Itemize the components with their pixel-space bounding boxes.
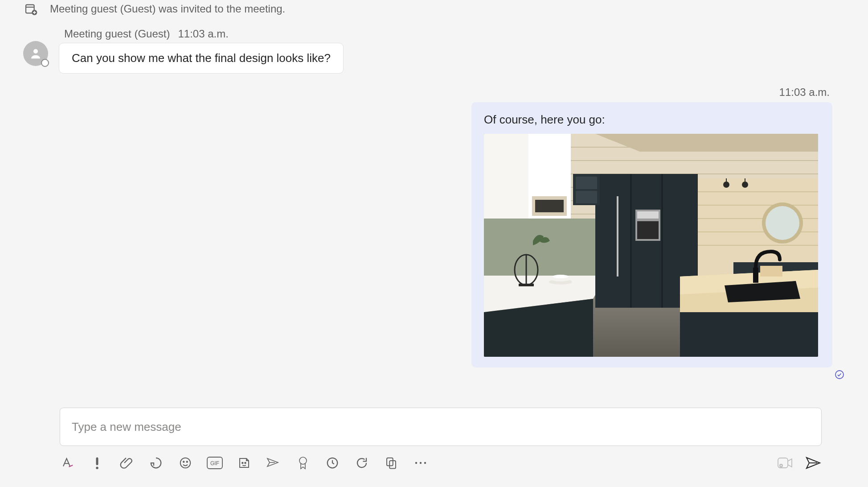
svg-rect-41: [576, 191, 597, 203]
person-icon: [29, 47, 42, 60]
sent-text: Of course, here you go:: [484, 113, 820, 127]
svg-point-69: [242, 462, 243, 464]
emoji-icon[interactable]: [177, 455, 193, 471]
sent-bubble: Of course, here you go:: [471, 102, 832, 367]
svg-point-71: [299, 457, 307, 464]
sender-avatar[interactable]: [23, 41, 48, 66]
format-text-icon[interactable]: [60, 455, 76, 471]
svg-point-61: [835, 371, 843, 379]
received-bubble: Can you show me what the final design lo…: [59, 43, 344, 74]
exclamation-icon[interactable]: [89, 455, 105, 471]
svg-rect-37: [637, 221, 659, 239]
send-icon[interactable]: [806, 455, 822, 471]
received-text: Can you show me what the final design lo…: [72, 51, 331, 65]
svg-point-64: [180, 458, 191, 468]
calendar-add-icon: [23, 2, 39, 16]
ribbon-icon[interactable]: [295, 455, 311, 471]
sticker-icon[interactable]: [236, 455, 252, 471]
svg-text:GIF: GIF: [210, 460, 219, 466]
duplicate-icon[interactable]: [383, 455, 399, 471]
received-message[interactable]: Meeting guest (Guest) 11:03 a.m. Can you…: [23, 28, 850, 74]
svg-rect-60: [760, 266, 782, 277]
composer-toolbar: GIF: [60, 455, 822, 471]
svg-rect-59: [753, 268, 758, 283]
system-event: Meeting guest (Guest) was invited to the…: [23, 2, 850, 16]
presence-indicator: [41, 59, 49, 67]
svg-rect-38: [637, 211, 659, 219]
svg-point-66: [187, 461, 188, 462]
schedule-send-icon[interactable]: [266, 455, 282, 471]
message-input[interactable]: [60, 408, 822, 446]
svg-point-53: [766, 206, 799, 240]
svg-rect-40: [576, 177, 597, 189]
svg-rect-78: [778, 458, 788, 468]
svg-point-31: [553, 275, 569, 278]
svg-rect-23: [484, 219, 600, 281]
gif-icon[interactable]: GIF: [207, 455, 223, 471]
svg-point-48: [723, 182, 729, 188]
svg-point-65: [183, 461, 184, 462]
loop-component-icon[interactable]: [148, 455, 164, 471]
message-composer: GIF: [60, 408, 822, 471]
paperclip-icon[interactable]: [119, 455, 135, 471]
svg-point-50: [742, 182, 748, 188]
circle-check-icon[interactable]: [324, 455, 340, 471]
svg-point-76: [420, 462, 422, 464]
svg-point-5: [33, 49, 38, 54]
svg-rect-62: [96, 458, 98, 466]
video-clip-icon[interactable]: [777, 455, 793, 471]
svg-point-70: [245, 462, 246, 464]
sent-timestamp: 11:03 a.m.: [779, 86, 830, 99]
svg-point-63: [96, 467, 98, 470]
system-event-text: Meeting guest (Guest) was invited to the…: [50, 3, 285, 15]
sent-message[interactable]: 11:03 a.m. Of course, here you go:: [18, 86, 850, 380]
attached-image[interactable]: [484, 134, 818, 357]
more-ellipsis-icon[interactable]: [413, 455, 429, 471]
chat-message-list: Meeting guest (Guest) was invited to the…: [0, 0, 868, 407]
svg-point-75: [415, 462, 417, 464]
svg-rect-21: [535, 200, 564, 212]
sender-name: Meeting guest (Guest): [64, 28, 170, 40]
svg-rect-28: [519, 284, 534, 286]
svg-point-77: [424, 462, 426, 464]
received-timestamp: 11:03 a.m.: [178, 28, 228, 40]
seen-indicator: [834, 369, 845, 380]
update-arrow-icon[interactable]: [354, 455, 370, 471]
svg-rect-57: [680, 312, 818, 357]
